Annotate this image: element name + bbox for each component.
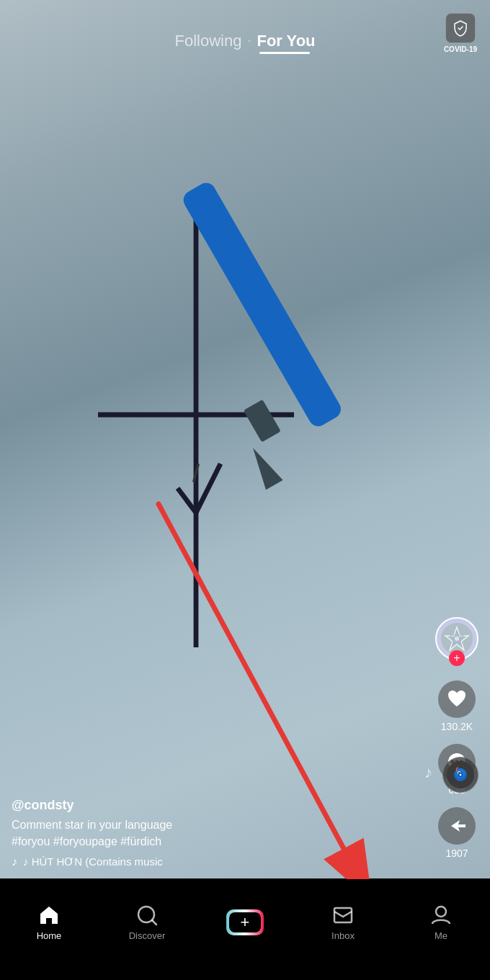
me-icon xyxy=(430,904,452,926)
bottom-navigation: Home Discover + Inbox Me xyxy=(0,879,490,980)
creator-avatar[interactable]: + xyxy=(435,617,478,666)
nav-discover[interactable]: Discover xyxy=(98,904,196,941)
nav-home[interactable]: Home xyxy=(0,904,98,941)
svg-rect-2 xyxy=(180,179,344,430)
share-action[interactable]: 1907 xyxy=(438,807,476,859)
top-navigation: Following · For You xyxy=(0,0,490,60)
music-title: ♪ HÚT HƠN (Contains music xyxy=(23,855,163,868)
nav-inbox[interactable]: Inbox xyxy=(294,904,392,941)
right-actions-panel: + 130.2K 638 1907 xyxy=(435,617,478,865)
follow-button[interactable]: + xyxy=(449,650,465,666)
svg-point-18 xyxy=(460,774,462,776)
plus-inner: + xyxy=(229,912,261,932)
video-info: @condsty Comment star in your language #… xyxy=(12,798,425,868)
music-note: ♪ xyxy=(12,855,17,868)
home-label: Home xyxy=(37,930,62,941)
video-background xyxy=(0,0,490,878)
drawing-svg xyxy=(0,0,490,878)
svg-line-22 xyxy=(152,920,156,925)
share-icon xyxy=(445,814,468,837)
svg-point-7 xyxy=(455,637,459,641)
svg-rect-3 xyxy=(244,400,281,442)
svg-point-24 xyxy=(436,907,446,917)
likes-count: 130.2K xyxy=(441,721,473,732)
discover-label: Discover xyxy=(129,930,166,941)
me-label: Me xyxy=(435,930,447,941)
covid-badge[interactable]: COVID-19 xyxy=(444,13,477,53)
shares-count: 1907 xyxy=(445,848,468,859)
music-disc-icon xyxy=(447,761,474,788)
plus-symbol: + xyxy=(241,913,250,932)
covid-shield-icon xyxy=(445,13,476,43)
inbox-icon xyxy=(332,904,354,926)
nav-create[interactable]: + xyxy=(196,909,294,935)
music-note-icon: ♪ xyxy=(424,763,432,782)
discover-icon xyxy=(136,904,158,926)
like-icon-container xyxy=(438,680,476,718)
home-icon xyxy=(38,904,60,926)
description-text: Comment star in your language #foryou #f… xyxy=(12,819,172,847)
create-button[interactable]: + xyxy=(226,909,264,935)
for-you-tab[interactable]: For You xyxy=(257,32,315,50)
share-icon-container xyxy=(438,807,476,845)
music-disc[interactable] xyxy=(442,757,478,793)
svg-marker-4 xyxy=(244,443,282,490)
heart-icon xyxy=(445,688,468,711)
nav-me[interactable]: Me xyxy=(392,904,490,941)
nav-divider: · xyxy=(247,33,251,48)
like-action[interactable]: 130.2K xyxy=(438,680,476,732)
creator-username[interactable]: @condsty xyxy=(12,798,425,813)
inbox-label: Inbox xyxy=(331,930,355,941)
music-info-row[interactable]: ♪ ♪ HÚT HƠN (Contains music xyxy=(12,855,425,868)
following-tab[interactable]: Following xyxy=(174,32,241,50)
active-tab-underline xyxy=(259,52,310,54)
covid-label: COVID-19 xyxy=(444,45,477,53)
video-description: Comment star in your language #foryou #f… xyxy=(12,817,425,850)
svg-rect-23 xyxy=(334,908,352,922)
